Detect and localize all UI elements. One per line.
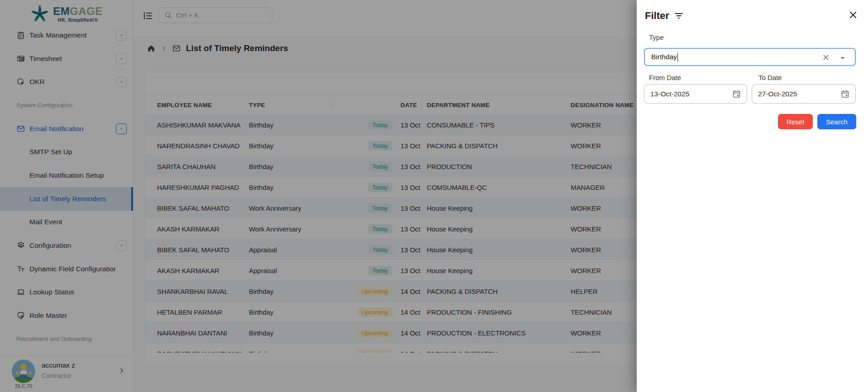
from-date-value: 13-Oct-2025 xyxy=(650,90,689,98)
from-date-input[interactable]: 13-Oct-2025 xyxy=(644,84,747,104)
text-caret xyxy=(677,53,678,61)
filter-title: Filter xyxy=(645,10,669,22)
reset-button[interactable]: Reset xyxy=(778,114,813,129)
to-date-input[interactable]: 27-Oct-2025 xyxy=(752,84,856,104)
filter-drawer: Filter Type Birthday From Date To Date 1… xyxy=(637,0,868,392)
dropdown-arrow-icon[interactable] xyxy=(838,53,848,63)
from-date-label: From Date xyxy=(649,74,681,81)
search-button[interactable]: Search xyxy=(817,114,856,129)
to-date-label: To Date xyxy=(758,74,782,81)
to-date-value: 27-Oct-2025 xyxy=(758,90,797,98)
clear-icon[interactable] xyxy=(821,53,830,62)
close-icon[interactable] xyxy=(848,10,858,20)
app-window: EMGAGE HR, Simplified!® Task ManagementT… xyxy=(0,0,868,392)
type-value: Birthday xyxy=(651,53,677,61)
calendar-icon[interactable] xyxy=(840,89,850,99)
type-label: Type xyxy=(649,33,664,41)
type-select-input[interactable]: Birthday xyxy=(644,48,856,66)
calendar-icon[interactable] xyxy=(732,89,741,99)
filter-icon xyxy=(674,11,684,21)
filter-title-row: Filter xyxy=(645,10,684,22)
